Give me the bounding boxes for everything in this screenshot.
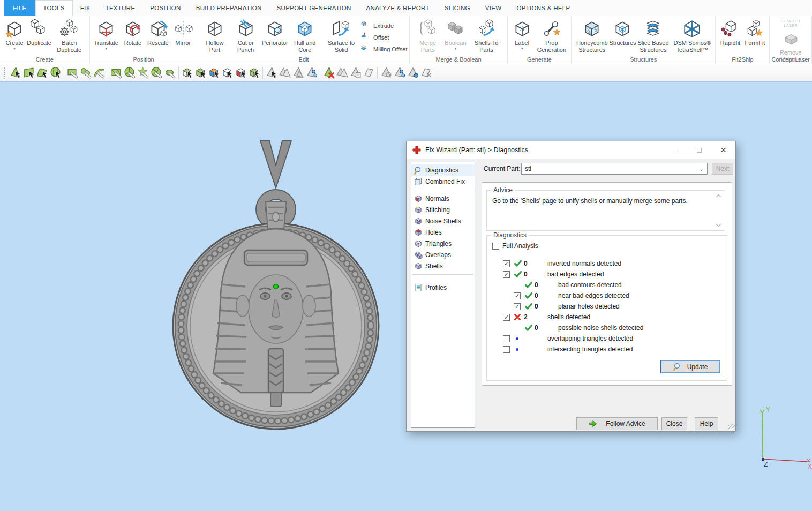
tab-file[interactable]: FILE	[4, 0, 35, 16]
wizard-page-stitching[interactable]: Stitching	[411, 204, 475, 215]
curve-selection-icon[interactable]	[93, 66, 106, 80]
tab-slicing[interactable]: SLICING	[437, 0, 478, 16]
wizard-page-normals[interactable]: Normals	[411, 193, 475, 204]
viewport-3d[interactable]: Y X Z Fix Wizard (Part: stl) > Diagnosti…	[0, 81, 812, 511]
diagnostic-checkbox[interactable]: ✓	[514, 292, 521, 299]
wizard-page-overlaps[interactable]: Overlaps	[411, 249, 475, 260]
triangle-tool-f-icon[interactable]	[349, 66, 362, 80]
circle-selection-icon[interactable]	[79, 66, 93, 80]
dsm-somos-tetrashell-button[interactable]: DSM Somos® TetraShell™	[671, 18, 713, 55]
tab-build-preparation[interactable]: BUILD PREPARATION	[189, 0, 269, 16]
shells-to-parts-button[interactable]: Shells To Parts	[468, 18, 505, 55]
triangle-tool-b-icon[interactable]	[278, 66, 291, 80]
wizard-page-triangles[interactable]: Triangles	[411, 238, 475, 249]
milling-offset-button[interactable]: Milling Offset	[360, 44, 407, 55]
triangle-tool-h-icon[interactable]	[393, 66, 406, 80]
window-selection-icon[interactable]	[110, 66, 123, 80]
tab-analyze-report[interactable]: ANALYZE & REPORT	[359, 0, 437, 16]
duplicate-button[interactable]: Duplicate	[27, 18, 51, 48]
dialog-close-button[interactable]: Close	[661, 417, 687, 430]
wheel-selection-icon[interactable]	[150, 66, 163, 80]
select-triangles-icon[interactable]	[9, 66, 22, 80]
triangle-tool-i-icon[interactable]	[406, 66, 419, 80]
follow-advice-button[interactable]: Follow Advice	[576, 417, 658, 430]
wizard-page-profiles[interactable]: Profiles	[411, 282, 475, 293]
cut-or-punch-button[interactable]: Cut or Punch	[229, 18, 262, 55]
delete-triangles-icon[interactable]	[322, 66, 335, 80]
current-part-select[interactable]: stl ⌄	[521, 163, 708, 175]
wizard-page-combined-fix[interactable]: Combined Fix	[411, 176, 475, 187]
advice-scrollbar[interactable]	[715, 194, 722, 227]
dialog-titlebar[interactable]: Fix Wizard (Part: stl) > Diagnostics – ✕	[407, 141, 735, 159]
resize-grip[interactable]	[728, 424, 735, 431]
rescale-button[interactable]: Rescale	[145, 18, 171, 48]
select-planes-icon[interactable]	[22, 66, 35, 80]
diagnostic-checkbox[interactable]: ✓	[503, 314, 510, 321]
maximize-button[interactable]	[687, 141, 711, 159]
batch-duplicate-button[interactable]: Batch Duplicate	[51, 18, 87, 55]
diagnostic-checkbox[interactable]	[503, 335, 510, 342]
plane-tool-icon[interactable]	[362, 66, 375, 80]
select-cube-plain-icon[interactable]	[221, 66, 234, 80]
tab-texture[interactable]: TEXTURE	[98, 0, 143, 16]
perforator-button[interactable]: Perforator	[262, 18, 288, 48]
tab-options-help[interactable]: OPTIONS & HELP	[509, 0, 577, 16]
scroll-up-icon[interactable]	[716, 194, 721, 198]
honeycomb-structures-button[interactable]: Honeycomb Structures	[574, 18, 610, 55]
translate-button[interactable]: Translate ▾	[92, 18, 121, 51]
select-cube-top-icon[interactable]	[181, 66, 194, 80]
wizard-page-diagnostics[interactable]: Diagnostics	[411, 164, 475, 176]
freeform-selection-icon[interactable]	[137, 66, 150, 80]
rectangle-selection-icon[interactable]	[66, 66, 79, 80]
boolean-button[interactable]: Boolean ▾	[443, 18, 468, 51]
mirror-button[interactable]: Mirror	[171, 18, 196, 48]
close-button[interactable]: ✕	[711, 141, 735, 159]
tab-position[interactable]: POSITION	[142, 0, 188, 16]
triangle-tool-g-icon[interactable]	[379, 66, 393, 80]
plane-tool-x-icon[interactable]	[419, 66, 433, 80]
select-cube-colored-icon[interactable]	[207, 66, 221, 80]
triangle-tool-e-icon[interactable]	[335, 66, 349, 80]
prop-generation-button[interactable]: Prop Generation	[535, 18, 569, 55]
wizard-page-noise-shells[interactable]: Noise Shells	[411, 215, 475, 227]
rotate-button[interactable]: Rotate	[121, 18, 145, 48]
tab-view[interactable]: VIEW	[478, 0, 509, 16]
select-shells-icon[interactable]	[49, 66, 62, 80]
triangle-tool-a-icon[interactable]	[265, 66, 278, 80]
hull-and-core-button[interactable]: Hull and Core	[288, 18, 322, 55]
pie-selection-icon[interactable]	[123, 66, 137, 80]
slice-based-structures-button[interactable]: Slice Based Structures	[635, 18, 671, 55]
select-cube-marked-icon[interactable]	[234, 66, 247, 80]
tab-fix[interactable]: FIX	[73, 0, 98, 16]
ellipse-selection-icon[interactable]	[163, 66, 177, 80]
select-surfaces-icon[interactable]	[35, 66, 49, 80]
tab-support-generation[interactable]: SUPPORT GENERATION	[269, 0, 359, 16]
pharaoh-pendant-model[interactable]	[161, 139, 391, 433]
select-cube-face-icon[interactable]	[194, 66, 207, 80]
triangle-tool-c-icon[interactable]	[291, 66, 305, 80]
structures-button[interactable]: Structures	[610, 18, 635, 48]
select-cube-cut-icon[interactable]	[247, 66, 261, 80]
hollow-part-button[interactable]: Hollow Part	[200, 18, 229, 55]
diagnostic-checkbox[interactable]: ✓	[503, 271, 510, 278]
offset-button[interactable]: Offset	[360, 32, 407, 43]
next-button[interactable]: Next	[712, 163, 733, 175]
diagnostic-checkbox[interactable]: ✓	[503, 260, 510, 267]
update-button[interactable]: Update	[660, 360, 720, 373]
help-button[interactable]: Help	[695, 417, 718, 430]
scroll-down-icon[interactable]	[716, 223, 721, 227]
diagnostic-checkbox[interactable]: ✓	[514, 303, 521, 310]
tab-tools[interactable]: TOOLS	[35, 0, 73, 16]
full-analysis-checkbox[interactable]	[492, 243, 499, 250]
extrude-button[interactable]: Extrude	[360, 20, 407, 31]
wizard-page-shells[interactable]: Shells	[411, 260, 475, 272]
toolbar-drag-handle[interactable]	[3, 67, 6, 79]
surface-to-solid-button[interactable]: Surface to Solid	[322, 18, 360, 55]
remove-volume-wizard-button[interactable]: CONCEPT LASER Remove Volume Wizard	[772, 18, 809, 71]
create-button[interactable]: Create ▾	[2, 18, 27, 51]
merge-parts-button[interactable]: Merge Parts	[412, 18, 443, 55]
triangle-tool-d-icon[interactable]	[305, 66, 318, 80]
minimize-button[interactable]: –	[663, 141, 687, 159]
label-button[interactable]: A Label ▾	[510, 18, 535, 51]
diagnostic-checkbox[interactable]	[503, 346, 510, 353]
